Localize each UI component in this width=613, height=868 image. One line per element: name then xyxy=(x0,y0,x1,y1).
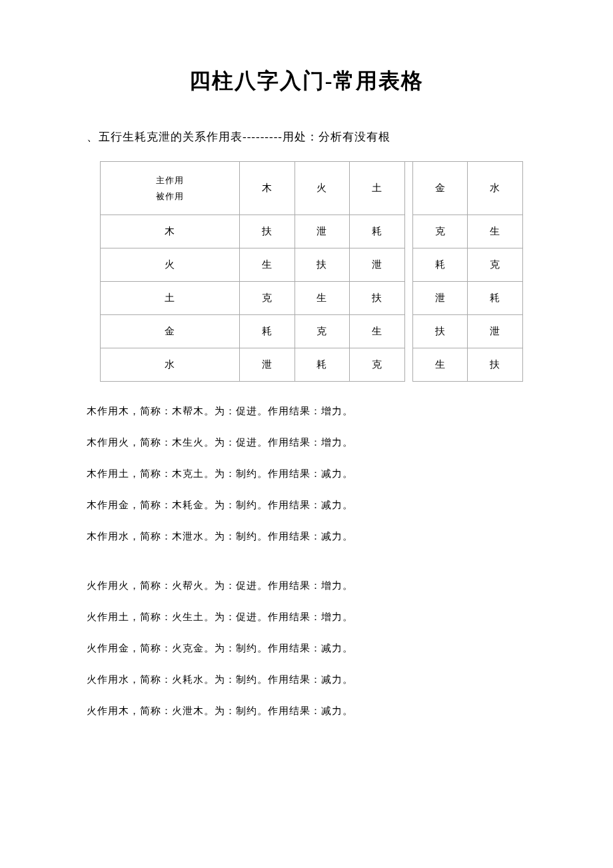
table-cell: 耗 xyxy=(295,348,350,382)
table-cell: 生 xyxy=(468,215,523,248)
paragraph-line: 火作用金，简称：火克金。为：制约。作用结果：减力。 xyxy=(87,642,613,655)
table-cell: 泄 xyxy=(239,348,295,382)
table-cell: 耗 xyxy=(350,215,405,248)
gap-cell xyxy=(404,248,412,282)
table-header-row: 主作用 被作用 木 火 土 金 水 xyxy=(101,162,523,215)
paragraph-line: 火作用木，简称：火泄木。为：制约。作用结果：减力。 xyxy=(87,705,613,717)
col-header: 木 xyxy=(239,162,295,215)
table-cell: 耗 xyxy=(468,282,523,315)
row-label: 土 xyxy=(101,282,240,315)
page-title: 四柱八字入门-常用表格 xyxy=(0,67,613,96)
paragraph-line: 火作用水，简称：火耗水。为：制约。作用结果：减力。 xyxy=(87,673,613,686)
table-cell: 耗 xyxy=(239,315,295,348)
col-header: 金 xyxy=(412,162,468,215)
gap-cell xyxy=(404,162,412,215)
row-label: 木 xyxy=(101,215,240,248)
table-cell: 扶 xyxy=(350,282,405,315)
col-header: 土 xyxy=(350,162,405,215)
paragraph-line: 木作用土，简称：木克土。为：制约。作用结果：减力。 xyxy=(87,468,613,480)
paragraph-line: 木作用金，简称：木耗金。为：制约。作用结果：减力。 xyxy=(87,499,613,512)
header-corner-cell: 主作用 被作用 xyxy=(101,162,240,215)
table-row: 木 扶 泄 耗 克 生 xyxy=(101,215,523,248)
table-row: 金 耗 克 生 扶 泄 xyxy=(101,315,523,348)
table-cell: 泄 xyxy=(412,282,468,315)
table-cell: 泄 xyxy=(468,315,523,348)
table-row: 水 泄 耗 克 生 扶 xyxy=(101,348,523,382)
table-cell: 扶 xyxy=(412,315,468,348)
table-cell: 扶 xyxy=(295,248,350,282)
gap-cell xyxy=(404,282,412,315)
gap-cell xyxy=(404,315,412,348)
row-label: 金 xyxy=(101,315,240,348)
table-cell: 克 xyxy=(412,215,468,248)
table-cell: 生 xyxy=(295,282,350,315)
paragraph-line: 木作用木，简称：木帮木。为：促进。作用结果：增力。 xyxy=(87,405,613,418)
paragraph-line: 木作用水，简称：木泄水。为：制约。作用结果：减力。 xyxy=(87,530,613,543)
table-cell: 扶 xyxy=(468,348,523,382)
subtitle: 、五行生耗克泄的关系作用表---------用处：分析有没有根 xyxy=(87,129,613,145)
header-line-1: 主作用 xyxy=(156,175,184,185)
table-row: 土 克 生 扶 泄 耗 xyxy=(101,282,523,315)
paragraph-block-fire: 火作用火，简称：火帮火。为：促进。作用结果：增力。 火作用土，简称：火生土。为：… xyxy=(87,580,613,717)
col-header: 水 xyxy=(468,162,523,215)
paragraph-block-wood: 木作用木，简称：木帮木。为：促进。作用结果：增力。 木作用火，简称：木生火。为：… xyxy=(87,405,613,543)
table-cell: 扶 xyxy=(239,215,295,248)
table-row: 火 生 扶 泄 耗 克 xyxy=(101,248,523,282)
row-label: 火 xyxy=(101,248,240,282)
table-cell: 克 xyxy=(350,348,405,382)
relations-table: 主作用 被作用 木 火 土 金 水 木 扶 泄 耗 克 生 火 生 扶 泄 耗 … xyxy=(100,161,523,382)
table-cell: 克 xyxy=(239,282,295,315)
table-cell: 泄 xyxy=(295,215,350,248)
col-header: 火 xyxy=(295,162,350,215)
table-cell: 克 xyxy=(468,248,523,282)
table-cell: 生 xyxy=(412,348,468,382)
table-cell: 克 xyxy=(295,315,350,348)
table-cell: 耗 xyxy=(412,248,468,282)
table-cell: 生 xyxy=(350,315,405,348)
row-label: 水 xyxy=(101,348,240,382)
table-cell: 生 xyxy=(239,248,295,282)
table-cell: 泄 xyxy=(350,248,405,282)
explanation-paragraphs: 木作用木，简称：木帮木。为：促进。作用结果：增力。 木作用火，简称：木生火。为：… xyxy=(87,405,613,717)
gap-cell xyxy=(404,348,412,382)
paragraph-line: 火作用火，简称：火帮火。为：促进。作用结果：增力。 xyxy=(87,580,613,592)
paragraph-line: 火作用土，简称：火生土。为：促进。作用结果：增力。 xyxy=(87,611,613,624)
paragraph-line: 木作用火，简称：木生火。为：促进。作用结果：增力。 xyxy=(87,436,613,449)
gap-cell xyxy=(404,215,412,248)
header-line-2: 被作用 xyxy=(156,191,184,201)
